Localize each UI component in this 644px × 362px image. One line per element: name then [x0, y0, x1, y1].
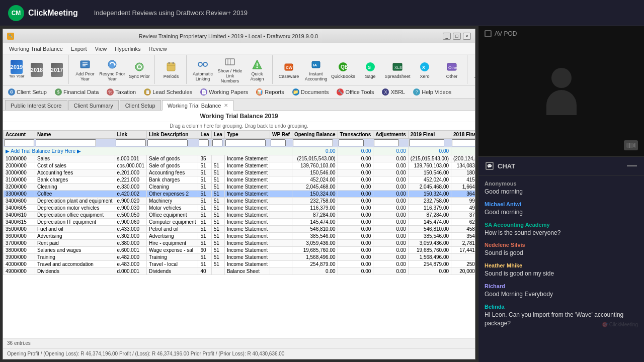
add-trial-balance-row[interactable]: ▶ Add Trial Balance Entry Here ▶	[4, 147, 292, 155]
col-transactions[interactable]: Transactions	[338, 131, 373, 139]
year-2019-button[interactable]: 2019 Tax Year	[7, 56, 26, 83]
minimize-button[interactable]: _	[443, 33, 451, 40]
year-2018-box: 2018	[31, 63, 43, 77]
filter-2018-final[interactable]	[452, 139, 475, 146]
documents-tb2[interactable]: 📁 Documents	[289, 87, 332, 97]
filter-opening[interactable]	[293, 139, 333, 146]
sync-prior-button[interactable]: Sync Prior	[126, 56, 152, 83]
quick-assign-button[interactable]: Quick Assign	[244, 56, 270, 83]
instant-accounting-button[interactable]: IA Instant Accounting	[303, 56, 329, 83]
tab-working-trial-balance[interactable]: Working Trial Balance ✕	[162, 100, 234, 111]
col-type[interactable]: Type	[224, 131, 270, 139]
col-link[interactable]: Link	[115, 131, 147, 139]
cell-trans: 0.00	[338, 226, 373, 233]
other-button[interactable]: Other Other	[439, 56, 465, 83]
cell-trans: 0.00	[338, 233, 373, 240]
resync-prior-year-button[interactable]: Resync Prior Year	[99, 56, 125, 83]
tab-client-summary[interactable]: Client Summary	[68, 100, 119, 110]
menu-view[interactable]: View	[91, 45, 111, 53]
table-container[interactable]: Account Name Link Link Description Lea L…	[3, 130, 475, 338]
chat-sender-name: Nedelene Silvis	[485, 242, 638, 248]
tab-public-interest-score[interactable]: Public Interest Score	[5, 100, 67, 110]
table-row[interactable]: 3800/000 Salaries and wages e.600.001 Wa…	[4, 247, 475, 254]
table-row[interactable]: 3400/605 Depreciation motor vehicles e.9…	[4, 205, 475, 212]
col-2018-final[interactable]: 2018 Final N	[451, 131, 475, 139]
col-account[interactable]: Account	[4, 131, 35, 139]
help-videos-tb2[interactable]: ? Help Videos	[410, 87, 454, 97]
table-row[interactable]: 1000/000 Sales s.000.001 Sale of goods 3…	[4, 155, 475, 162]
client-setup-tb2[interactable]: ⚙ Client Setup	[5, 87, 50, 97]
chat-minimize-icon[interactable]	[627, 165, 637, 166]
year-2018-button[interactable]: 2018	[27, 56, 46, 83]
taxation-tb2[interactable]: % Taxation	[104, 87, 139, 97]
menu-review[interactable]: Review	[145, 45, 171, 53]
table-row[interactable]: 4900/000 Dividends d.000.001 Dividends 4…	[4, 268, 475, 275]
table-row[interactable]: 3000/000 Accounting fees e.201.000 Accou…	[4, 169, 475, 176]
col-name[interactable]: Name	[35, 131, 115, 139]
xbrl-tb2[interactable]: X XBRL	[379, 87, 408, 97]
table-row[interactable]: 3600/000 Advertising e.302.000 Advertisi…	[4, 233, 475, 240]
filter-wp[interactable]	[271, 139, 286, 146]
caseware-button[interactable]: CW Caseware	[276, 56, 302, 83]
sage-button[interactable]: S Sage	[357, 56, 383, 83]
table-row[interactable]: 4000/000 Travel and accomodation e.483.0…	[4, 261, 475, 268]
col-link-desc[interactable]: Link Description	[147, 131, 198, 139]
lead-schedules-tb2[interactable]: 📋 Lead Schedules	[141, 87, 195, 97]
col-adjustments[interactable]: Adjustments	[373, 131, 409, 139]
filter-lea1[interactable]	[199, 139, 209, 146]
office-tools-tb2[interactable]: 🔧 Office Tools	[334, 87, 377, 97]
filter-name[interactable]	[36, 139, 96, 146]
person-head	[551, 68, 572, 88]
tab-client-setup[interactable]: Client Setup	[120, 100, 161, 110]
col-2019-final[interactable]: 2019 Final	[408, 131, 451, 139]
menu-export[interactable]: Export	[67, 45, 91, 53]
table-row[interactable]: 2000/000 Cost of sales cos.000.001 Sale …	[4, 162, 475, 169]
financial-data-tb2[interactable]: $ Financial Data	[52, 87, 102, 97]
menu-hyperlinks[interactable]: Hyperlinks	[111, 45, 144, 53]
close-button[interactable]: ×	[463, 33, 471, 40]
table-row[interactable]: 3400/600 Depreciation plant and equipmen…	[4, 198, 475, 205]
cell-wp	[270, 176, 292, 184]
spreadsheet-button[interactable]: XLS Spreadsheet	[384, 56, 411, 83]
filter-2019-final[interactable]	[409, 139, 444, 146]
col-lea2[interactable]: Lea	[211, 131, 224, 139]
automatic-linking-button[interactable]: Automatic Linking	[190, 56, 216, 83]
tab-close-icon[interactable]: ✕	[224, 103, 228, 108]
table-row[interactable]: 3900/000 Training e.482.000 Training 51 …	[4, 254, 475, 261]
cell-2018: 250,489.00	[451, 261, 475, 268]
table-row[interactable]: 3500/000 Fuel and oil e.433.000 Petrol a…	[4, 226, 475, 233]
table-row[interactable]: 3200/000 Cleaning e.330.000 Cleaning 51 …	[4, 184, 475, 191]
chat-message: Heather MhikeSound is good on my side	[485, 262, 638, 278]
year-2017-button[interactable]: 2017	[47, 56, 66, 83]
filter-type[interactable]	[225, 139, 266, 146]
filter-link[interactable]	[116, 139, 146, 146]
cell-wp	[270, 155, 292, 162]
col-wp[interactable]: WP Ref	[270, 131, 292, 139]
table-row[interactable]: 3100/000 Bank charges e.221.000 Bank cha…	[4, 176, 475, 184]
table-row[interactable]: 3400/610 Depreciation office equipment e…	[4, 212, 475, 219]
cell-name: Rent paid	[35, 240, 115, 247]
reports-tb2[interactable]: 📊 Reports	[253, 87, 287, 97]
add-prior-year-button[interactable]: Add Prior Year	[72, 56, 98, 83]
table-row[interactable]: 3300/000 Coffee e.420.002 Other expenses…	[4, 191, 475, 198]
filter-transactions[interactable]	[339, 139, 364, 146]
table-row[interactable]: 3400/615 Depreciation IT equipment e.900…	[4, 219, 475, 226]
maximize-button[interactable]: □	[453, 33, 461, 40]
filter-adjustments[interactable]	[374, 139, 399, 146]
table-row[interactable]: 3700/000 Rent paid e.380.000 Hire - equi…	[4, 240, 475, 247]
working-papers-tb2[interactable]: 📄 Working Papers	[197, 87, 251, 97]
periods-button[interactable]: Periods	[158, 56, 184, 83]
cell-adj: 0.00	[373, 219, 409, 226]
show-hide-button[interactable]: Show / Hide Link Numbers	[217, 56, 243, 83]
filter-link-desc[interactable]	[147, 139, 188, 146]
cell-lea2: 51	[211, 261, 224, 268]
filter-lea2[interactable]	[212, 139, 222, 146]
col-opening[interactable]: Opening Balance	[292, 131, 338, 139]
cell-wp	[270, 205, 292, 212]
help-videos-icon: ?	[413, 88, 420, 96]
xero-button[interactable]: X Xero	[412, 56, 438, 83]
filter-account[interactable]	[4, 139, 34, 146]
quickbooks-button[interactable]: QB QuickBooks	[330, 56, 356, 83]
col-lea1[interactable]: Lea	[198, 131, 211, 139]
menu-working-trial-balance[interactable]: Working Trial Balance	[5, 45, 67, 53]
